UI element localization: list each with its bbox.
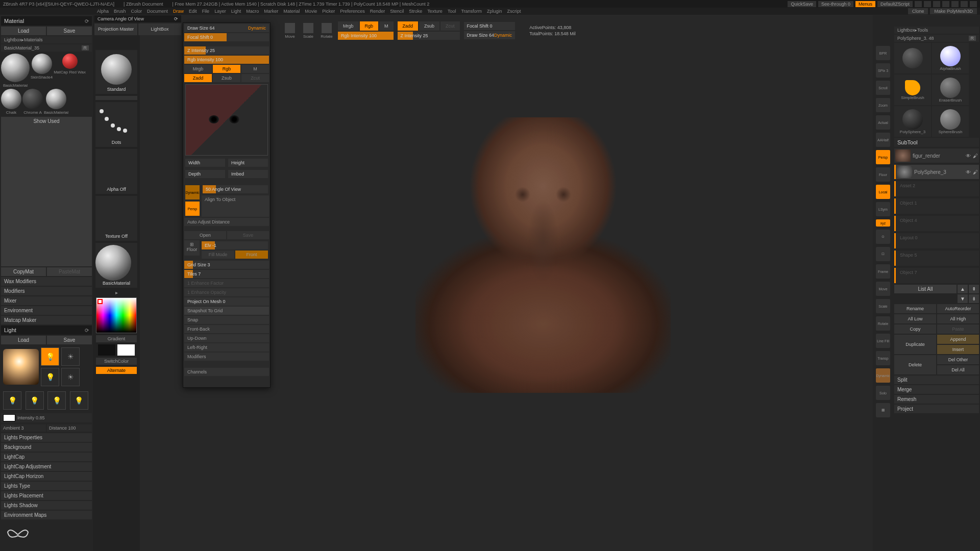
empty-slot[interactable]: Shape 5 [894,251,979,266]
imbed-slider[interactable]: Imbed [228,170,268,178]
mixer[interactable]: Mixer [1,296,92,305]
move-down-icon[interactable]: ⇟ [969,294,979,303]
material-slot[interactable]: BasicMaterial [1,54,30,88]
modifiers-section[interactable]: Modifiers [184,353,269,361]
lsym-button[interactable]: LSym [876,202,890,216]
down-arrow-icon[interactable]: ▼ [958,294,968,303]
zsub-button[interactable]: Zsub [419,21,439,31]
append-button[interactable]: Append [937,335,979,344]
light-slot-3[interactable]: ☀ [61,347,80,366]
show-used-button[interactable]: Show Used [1,117,92,266]
tool-thumb[interactable] [894,43,931,73]
zcut-button[interactable]: Zcut [440,21,460,31]
delother-button[interactable]: Del Other [937,355,979,364]
tool-thumb[interactable]: PolySphere_3 [894,106,931,137]
actual-button[interactable]: Actual [876,115,890,130]
brush-slider[interactable] [95,96,137,100]
zoom-button[interactable]: Zoom [876,98,890,112]
z-intensity-slider[interactable]: Z Intensity 25 [398,32,460,40]
alpha-selector[interactable]: Alpha Off [95,149,137,194]
empty-slot[interactable]: Object 4 [894,216,979,231]
menu-movie[interactable]: Movie [305,9,317,14]
project-on-mesh-slider[interactable]: Project On Mesh 0 [184,297,269,306]
menu-brush[interactable]: Brush [114,9,126,14]
fillmode-button[interactable]: Fill Mode [202,251,234,259]
menu-render[interactable]: Render [370,9,385,14]
misc-1[interactable]: ⊙ [876,230,890,244]
light-slot-2[interactable]: 💡 [41,368,59,386]
lightcap[interactable]: LightCap [1,453,92,461]
lights-properties[interactable]: Lights Properties [1,433,92,442]
light-slot[interactable]: 💡 [3,391,21,410]
linefill-button[interactable]: Line Fill [876,334,890,348]
snapshot-button[interactable]: Snapshot To Grid [184,307,269,315]
color-a[interactable] [98,344,115,356]
copy-button[interactable]: Copy [894,324,936,334]
frame-button[interactable]: Frame [876,264,890,279]
environment[interactable]: Environment [1,306,92,315]
floor-icon[interactable]: ⊞Floor [184,240,200,256]
pastemat-button[interactable]: PasteMat [47,267,92,276]
lights-shadow[interactable]: Lights Shadow [1,501,92,510]
dynamic-persp-button[interactable]: Dynamic [185,185,200,199]
subtool-row[interactable]: figur_render 👁 🖌 [894,148,979,163]
menus-button[interactable]: Menus [855,1,875,7]
polypaint-icon[interactable]: 🖌 [973,169,978,175]
light-slot[interactable]: 💡 [70,391,88,410]
r-button[interactable]: R [82,45,89,51]
win-btn-4[interactable] [942,1,949,7]
bpr-button[interactable]: BPR [876,46,890,60]
lights-placement[interactable]: Lights Placement [1,491,92,500]
menu-picker[interactable]: Picker [322,9,335,14]
menu-preferences[interactable]: Preferences [340,9,365,14]
color-b[interactable] [117,344,135,356]
empty-slot[interactable]: Object 1 [894,198,979,214]
material-slot[interactable]: SkinShade4 [31,54,53,88]
spix-slider[interactable]: SPix 3 [876,63,890,78]
menu-light[interactable]: Light [231,9,241,14]
lightbox-tools-button[interactable]: Lightbox▸Tools [894,27,979,34]
empty-slot[interactable]: Layout 0 [894,233,979,248]
subtool-header[interactable]: SubTool [894,138,979,147]
alternate-button[interactable]: Alternate [96,367,137,374]
mrgb-button[interactable]: Mrgb [184,65,212,73]
menu-zscript[interactable]: Zscript [507,9,521,14]
alllow-button[interactable]: All Low [894,314,936,323]
rgb-button[interactable]: Rgb [360,21,379,31]
rgb-intensity-slider[interactable]: Rgb Intensity 100 [338,32,394,40]
split-section[interactable]: Split [894,375,979,384]
persp-button[interactable]: Persp [185,202,200,216]
stroke-selector[interactable]: Dots [95,102,137,147]
menu-color[interactable]: Color [131,9,142,14]
background[interactable]: Background [1,443,92,452]
scale-tool-icon[interactable]: Scale [301,20,315,41]
paste-button[interactable]: Paste [937,324,979,334]
local-button[interactable]: Local [876,185,890,199]
snap-button[interactable]: Snap [184,316,269,324]
xyz-button[interactable]: xyz [876,219,890,227]
z-intensity-slider[interactable]: Z Intensity 25 [184,46,269,55]
width-slider[interactable]: Width [185,159,225,167]
light-preview[interactable] [3,349,39,385]
refresh-icon[interactable]: ⟳ [85,328,89,333]
environment-maps[interactable]: Environment Maps [1,511,92,519]
m-button[interactable]: M [241,65,269,73]
menu-material[interactable]: Material [283,9,300,14]
transp-button[interactable]: Transp [876,351,890,365]
tiles-slider[interactable]: Tiles 7 [184,270,269,278]
tool-thumb[interactable]: EraserBrush [932,74,969,105]
align-button[interactable]: Align To Object [202,195,269,217]
rgb-intensity-slider[interactable]: Rgb Intensity 100 [184,56,269,64]
light-load-button[interactable]: Load [1,336,46,344]
solo-button[interactable]: Solo [876,386,890,400]
scroll-button[interactable]: Scroll [876,81,890,95]
dynamic-button[interactable]: Dynamic [876,368,890,383]
rgb-button[interactable]: Rgb [213,65,240,73]
r-button[interactable]: R [969,36,976,41]
up-arrow-icon[interactable]: ▲ [958,285,968,293]
switchcolor-button[interactable]: SwitchColor [96,358,137,365]
max-button[interactable] [961,1,968,7]
color-swatch[interactable] [3,414,15,421]
menu-edit[interactable]: Edit [189,9,197,14]
polypaint-icon[interactable]: 🖌 [973,153,978,159]
